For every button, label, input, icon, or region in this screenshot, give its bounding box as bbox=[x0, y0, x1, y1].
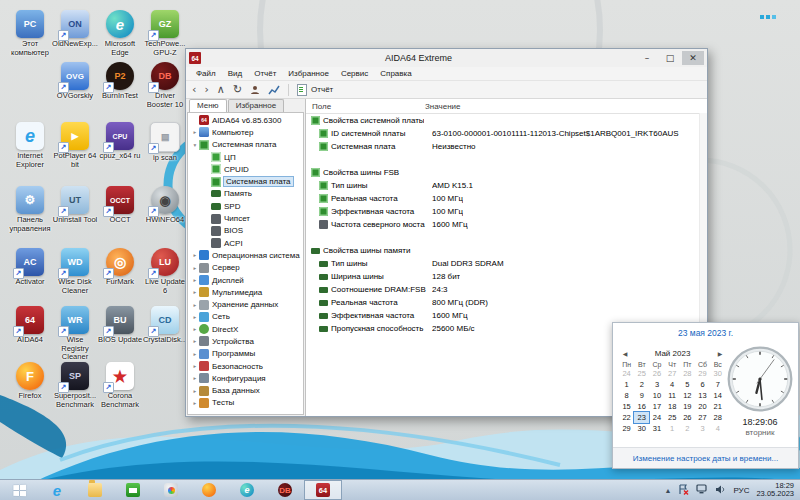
calendar-day[interactable]: 5 bbox=[680, 379, 695, 390]
calendar-day[interactable]: 22 bbox=[619, 412, 634, 423]
calendar-day[interactable]: 15 bbox=[619, 401, 634, 412]
calendar-day[interactable]: 4 bbox=[710, 423, 725, 434]
tree-item[interactable]: ▸Программы bbox=[188, 348, 303, 360]
calendar-day[interactable]: 14 bbox=[710, 390, 725, 401]
desktop-icon-bios[interactable]: BU↗BIOS Update bbox=[97, 306, 143, 345]
back-icon[interactable]: ‹ bbox=[192, 85, 196, 95]
desktop-icon-booster[interactable]: DB↗Driver Booster 10 bbox=[142, 62, 188, 109]
desktop-icon-activ[interactable]: AC↗Activator bbox=[7, 248, 53, 287]
prev-month-icon[interactable]: ◀ bbox=[619, 350, 631, 357]
desktop-icon-ie[interactable]: eInternet Explorer bbox=[7, 122, 53, 169]
calendar-day[interactable]: 28 bbox=[680, 368, 695, 379]
field-row[interactable]: Реальная частота800 МГц (DDR) bbox=[306, 296, 707, 309]
desktop-icon-fur[interactable]: ◎↗FurMark bbox=[97, 248, 143, 287]
tree-item[interactable]: ▸Безопасность bbox=[188, 360, 303, 372]
field-row[interactable]: Ширина шины128 бит bbox=[306, 270, 707, 283]
desktop-icon-aida[interactable]: 64↗AIDA64 bbox=[7, 306, 53, 345]
desktop-icon-uninst[interactable]: UT↗Uninstall Tool bbox=[52, 186, 98, 225]
forward-icon[interactable]: › bbox=[204, 85, 208, 95]
up-icon[interactable]: ∧ bbox=[217, 85, 225, 95]
change-datetime-link[interactable]: Изменение настроек даты и времени... bbox=[633, 454, 778, 463]
network-icon[interactable] bbox=[696, 481, 708, 499]
taskbar-driver-booster[interactable]: DB bbox=[266, 480, 304, 500]
calendar-day[interactable]: 30 bbox=[710, 368, 725, 379]
desktop-icon-cpuz[interactable]: CPU↗cpuz_x64 ru bbox=[97, 122, 143, 161]
tree-item[interactable]: ▸Мультимедиа bbox=[188, 286, 303, 298]
tree-item[interactable]: ЦП bbox=[188, 151, 303, 163]
field-row[interactable]: Тип шиныAMD K15.1 bbox=[306, 179, 707, 192]
tree-item[interactable]: Память bbox=[188, 188, 303, 200]
menu-item-2[interactable]: Отчёт bbox=[248, 69, 282, 78]
desktop-icon-edge[interactable]: eMicrosoft Edge bbox=[97, 10, 143, 57]
calendar-day[interactable]: 20 bbox=[695, 401, 710, 412]
calendar-day[interactable]: 29 bbox=[695, 368, 710, 379]
calendar-day[interactable]: 26 bbox=[649, 368, 664, 379]
tree-item[interactable]: ACPI bbox=[188, 237, 303, 249]
menu-item-0[interactable]: Файл bbox=[190, 69, 222, 78]
calendar-day[interactable]: 27 bbox=[695, 412, 710, 423]
calendar-day[interactable]: 1 bbox=[619, 379, 634, 390]
taskbar-edge[interactable]: e bbox=[228, 480, 266, 500]
tree-item[interactable]: ▸Тесты bbox=[188, 397, 303, 409]
calendar-day[interactable]: 6 bbox=[695, 379, 710, 390]
calendar-day[interactable]: 24 bbox=[619, 368, 634, 379]
taskbar-clock[interactable]: 18:29 23.05.2023 bbox=[756, 482, 794, 499]
taskbar-internet-explorer[interactable]: e bbox=[38, 480, 76, 500]
desktop-icon-cpl[interactable]: ⚙Панель управления bbox=[7, 186, 53, 233]
tree-item[interactable]: Системная плата bbox=[188, 175, 303, 187]
tree-item[interactable]: ▾Системная плата bbox=[188, 139, 303, 151]
calendar-day[interactable]: 16 bbox=[634, 401, 649, 412]
field-row[interactable]: Системная платаНеизвестно bbox=[306, 140, 707, 153]
calendar-day[interactable]: 11 bbox=[665, 390, 680, 401]
calendar-day[interactable]: 12 bbox=[680, 390, 695, 401]
tree-item[interactable]: ▸Конфигурация bbox=[188, 372, 303, 384]
taskbar-firefox[interactable] bbox=[190, 480, 228, 500]
desktop-icon-occt[interactable]: OCCT↗OCCT bbox=[97, 186, 143, 225]
tree-item[interactable]: ▸Сеть bbox=[188, 311, 303, 323]
calendar-day[interactable]: 25 bbox=[634, 368, 649, 379]
calendar-day[interactable]: 18 bbox=[665, 401, 680, 412]
calendar-day[interactable]: 19 bbox=[680, 401, 695, 412]
desktop-icon-wdisk[interactable]: WD↗Wise Disk Cleaner bbox=[52, 248, 98, 295]
tree-item[interactable]: ▸Хранение данных bbox=[188, 298, 303, 310]
field-row[interactable]: ID системной платы63-0100-000001-0010111… bbox=[306, 127, 707, 140]
calendar-day[interactable]: 10 bbox=[649, 390, 664, 401]
desktop-icon-hwinfo[interactable]: ◉↗HWiNFO64 bbox=[142, 186, 188, 225]
desktop-icon-pc[interactable]: PCЭтот компьютер bbox=[7, 10, 53, 57]
calendar-day[interactable]: 28 bbox=[710, 412, 725, 423]
calendar-day[interactable]: 26 bbox=[680, 412, 695, 423]
calendar-day[interactable]: 13 bbox=[695, 390, 710, 401]
tree-item[interactable]: ▸База данных bbox=[188, 385, 303, 397]
current-date-link[interactable]: 23 мая 2023 г. bbox=[613, 328, 798, 338]
tree-item[interactable]: 64AIDA64 v6.85.6300 bbox=[188, 114, 303, 126]
calendar-day[interactable]: 24 bbox=[649, 412, 664, 423]
language-indicator[interactable]: РУС bbox=[733, 486, 749, 495]
menu-item-4[interactable]: Сервис bbox=[335, 69, 374, 78]
calendar-day[interactable]: 21 bbox=[710, 401, 725, 412]
desktop-icon-wreg[interactable]: WR↗Wise Registry Cleaner bbox=[52, 306, 98, 362]
desktop-icon-ovg[interactable]: OVG↗OVGorskiy bbox=[52, 62, 98, 101]
calendar-day[interactable]: 2 bbox=[634, 379, 649, 390]
calendar-day[interactable]: 25 bbox=[665, 412, 680, 423]
calendar-day[interactable]: 23 bbox=[634, 412, 649, 423]
tree-item[interactable]: ▸Компьютер bbox=[188, 126, 303, 138]
refresh-icon[interactable]: ↻ bbox=[233, 85, 242, 95]
field-row[interactable]: Эффективная частота100 МГц bbox=[306, 205, 707, 218]
calendar-day[interactable]: 1 bbox=[665, 423, 680, 434]
close-button[interactable]: ✕ bbox=[682, 51, 704, 65]
field-row[interactable]: Эффективная частота1600 МГц bbox=[306, 309, 707, 322]
desktop-icon-p2[interactable]: P2↗BurnInTest bbox=[97, 62, 143, 101]
field-row[interactable]: Тип шиныDual DDR3 SDRAM bbox=[306, 257, 707, 270]
menu-item-1[interactable]: Вид bbox=[222, 69, 248, 78]
menu-item-5[interactable]: Справка bbox=[374, 69, 417, 78]
tree-item[interactable]: SPD bbox=[188, 200, 303, 212]
tree-item[interactable]: ▸Устройства bbox=[188, 335, 303, 347]
title-bar[interactable]: 64 AIDA64 Extreme – □ ✕ bbox=[186, 49, 707, 67]
calendar-day[interactable]: 9 bbox=[634, 390, 649, 401]
taskbar-media-app[interactable] bbox=[114, 480, 152, 500]
tab-Избранное[interactable]: Избранное bbox=[228, 99, 285, 112]
desktop-icon-shield[interactable]: ON↗OldNewExp... bbox=[52, 10, 98, 49]
calendar-day[interactable]: 29 bbox=[619, 423, 634, 434]
tree-item[interactable]: ▸Сервер bbox=[188, 262, 303, 274]
report-button[interactable]: Отчёт bbox=[297, 84, 333, 96]
